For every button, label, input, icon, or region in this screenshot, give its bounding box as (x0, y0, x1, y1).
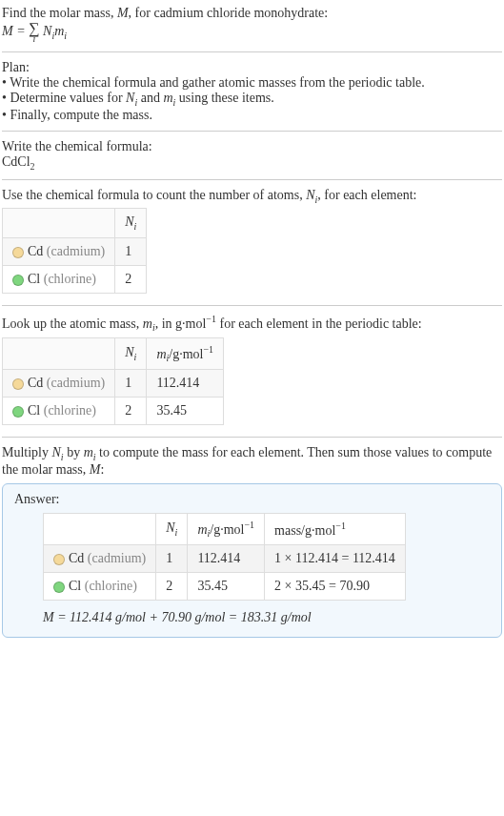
cd-dot-icon (53, 554, 65, 565)
formula-sub: 2 (30, 161, 35, 172)
m-unit: /g·mol (169, 346, 203, 360)
write-formula-section: Write the chemical formula: CdCl2 (2, 135, 502, 175)
header-mass: mass/g·mol−1 (265, 513, 406, 544)
elem-symbol: Cd (28, 244, 43, 258)
header-m: mi/g·mol−1 (147, 337, 224, 369)
divider (2, 51, 502, 52)
am-title-pre: Look up the atomic mass, (2, 316, 143, 331)
plan-bullet-3: • Finally, compute the mass. (2, 108, 502, 123)
mass-cell: 1 × 112.414 = 112.414 (265, 545, 406, 573)
mass-exp: −1 (335, 520, 346, 531)
am-title-post: for each element in the periodic table: (216, 316, 422, 331)
am-title-exp: −1 (206, 314, 216, 324)
n-cell: 1 (115, 238, 147, 266)
table-row: Cl (chlorine) 2 35.45 2 × 35.45 = 70.90 (44, 573, 406, 601)
header-blank (3, 337, 115, 369)
cl-dot-icon (53, 581, 65, 593)
mult-by: by (64, 445, 84, 459)
multiply-title: Multiply Ni by mi to compute the mass fo… (2, 445, 502, 478)
divider (2, 305, 502, 306)
mult-pre: Multiply (2, 445, 52, 459)
atomic-mass-section: Look up the atomic mass, mi, in g·mol−1 … (2, 310, 502, 433)
table-row: Cd (cadmium) 1 112.414 (3, 370, 224, 398)
intro-section: Find the molar mass, M, for cadmium chlo… (2, 2, 502, 48)
count-atoms-section: Use the chemical formula to count the nu… (2, 184, 502, 302)
elem-symbol: Cd (28, 376, 43, 390)
elem-name: (chlorine) (44, 403, 96, 418)
n-cell: 2 (115, 266, 147, 294)
divider (2, 179, 502, 180)
elem-symbol: Cl (28, 272, 40, 286)
answer-label: Answer: (14, 492, 490, 507)
cl-dot-icon (12, 406, 24, 418)
elem-symbol: Cd (69, 551, 84, 565)
sigma-icon: ∑ i (29, 21, 39, 44)
elem-name: (cadmium) (47, 244, 105, 258)
elem-symbol: Cl (69, 579, 81, 593)
chemical-formula: CdCl2 (2, 154, 502, 172)
element-cell: Cd (cadmium) (44, 545, 156, 573)
element-cell: Cl (chlorine) (3, 266, 115, 294)
table-header-row: Ni mi/g·mol−1 (3, 337, 224, 369)
n-cell: 1 (115, 370, 147, 398)
elem-name: (cadmium) (88, 551, 146, 565)
write-formula-title: Write the chemical formula: (2, 139, 502, 154)
m-exp: −1 (203, 344, 213, 355)
table-header-row: Ni mi/g·mol−1 mass/g·mol−1 (44, 513, 406, 544)
plan-b2-pre: • Determine values for (2, 91, 126, 105)
m-cell: 112.414 (188, 545, 265, 573)
header-m: mi/g·mol−1 (188, 513, 265, 544)
atomic-mass-title: Look up the atomic mass, mi, in g·mol−1 … (2, 314, 502, 333)
mult-M: M (90, 462, 101, 477)
divider (2, 437, 502, 438)
answer-table: Ni mi/g·mol−1 mass/g·mol−1 Cd (cadmium) … (43, 513, 406, 601)
m-unit: /g·mol (210, 522, 244, 537)
n-cell: 1 (156, 545, 188, 573)
header-N: Ni (115, 337, 147, 369)
element-cell: Cd (cadmium) (3, 370, 115, 398)
mult-colon: : (100, 462, 104, 477)
header-blank (44, 513, 156, 544)
plan-section: Plan: • Write the chemical formula and g… (2, 56, 502, 127)
plan-b2-post: using these items. (175, 91, 273, 105)
atomic-mass-table: Ni mi/g·mol−1 Cd (cadmium) 1 112.414 Cl … (2, 337, 224, 425)
m-cell: 35.45 (147, 398, 224, 425)
element-cell: Cd (cadmium) (3, 238, 115, 266)
table-row: Cd (cadmium) 1 (3, 238, 147, 266)
mass-cell: 2 × 35.45 = 70.90 (265, 573, 406, 601)
count-atoms-title: Use the chemical formula to count the nu… (2, 188, 502, 205)
table-row: Cl (chlorine) 2 (3, 266, 147, 294)
count-title-post: , for each element: (317, 188, 416, 202)
n-cell: 2 (115, 398, 147, 425)
header-blank (3, 209, 115, 238)
table-header-row: Ni (3, 209, 147, 238)
plan-bullet-1: • Write the chemical formula and gather … (2, 75, 502, 91)
formula-base: CdCl (2, 154, 30, 169)
table-row: Cd (cadmium) 1 112.414 1 × 112.414 = 112… (44, 545, 406, 573)
intro-line: Find the molar mass, M, for cadmium chlo… (2, 6, 502, 21)
m-cell: 112.414 (147, 370, 224, 398)
divider (2, 131, 502, 132)
m-exp: −1 (244, 520, 254, 530)
multiply-section: Multiply Ni by mi to compute the mass fo… (2, 441, 502, 642)
element-cell: Cl (chlorine) (44, 573, 156, 601)
plan-title: Plan: (2, 60, 502, 75)
count-title-pre: Use the chemical formula to count the nu… (2, 188, 306, 202)
cd-dot-icon (12, 378, 24, 390)
elem-name: (chlorine) (85, 579, 137, 593)
count-atoms-table: Ni Cd (cadmium) 1 Cl (chlorine) 2 (2, 208, 147, 294)
cl-dot-icon (12, 275, 24, 286)
elem-symbol: Cl (28, 403, 40, 418)
answer-box: Answer: Ni mi/g·mol−1 mass/g·mol−1 Cd (c… (2, 483, 502, 638)
cd-dot-icon (12, 247, 24, 258)
plan-bullet-2: • Determine values for Ni and mi using t… (2, 91, 502, 108)
elem-name: (cadmium) (47, 376, 105, 390)
m-cell: 35.45 (188, 573, 265, 601)
plan-b2-and: and (137, 91, 163, 105)
header-N: Ni (115, 209, 147, 238)
intro-formula: M = ∑ i Nimi (2, 21, 502, 44)
header-N: Ni (156, 513, 188, 544)
final-equation: M = 112.414 g/mol + 70.90 g/mol = 183.31… (43, 610, 490, 625)
am-title-mid: , in g·mol (155, 316, 207, 331)
n-cell: 2 (156, 573, 188, 601)
